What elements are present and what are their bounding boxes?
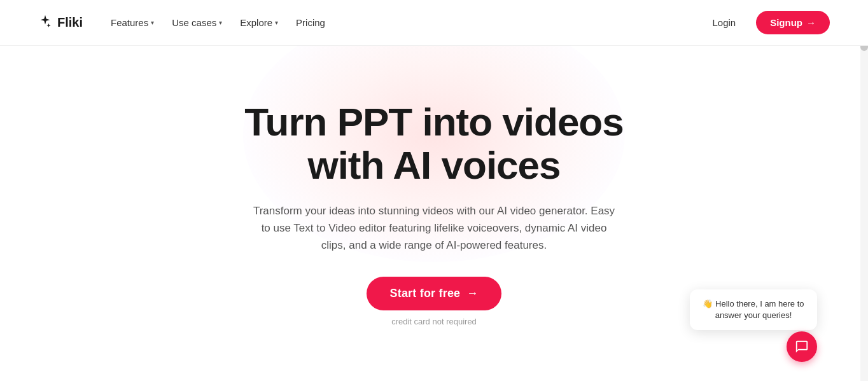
navbar: Fliki Features ▾ Use cases ▾ Explore ▾ P… bbox=[0, 0, 868, 46]
chat-icon-button[interactable] bbox=[787, 331, 817, 362]
signup-button[interactable]: Signup → bbox=[756, 11, 830, 34]
start-btn-label: Start for free bbox=[389, 287, 460, 300]
features-label: Features bbox=[111, 17, 148, 28]
chat-bubble: 👋 Hello there, I am here to answer your … bbox=[690, 289, 817, 330]
nav-use-cases[interactable]: Use cases ▾ bbox=[164, 12, 230, 33]
navbar-right: Login Signup → bbox=[702, 11, 830, 34]
pricing-label: Pricing bbox=[296, 17, 325, 28]
scrollbar[interactable] bbox=[860, 0, 868, 381]
chat-icon bbox=[795, 340, 809, 354]
nav-links: Features ▾ Use cases ▾ Explore ▾ Pricing bbox=[103, 12, 333, 33]
hero-title: Turn PPT into videos with AI voices bbox=[244, 100, 623, 187]
nav-features[interactable]: Features ▾ bbox=[103, 12, 162, 33]
start-for-free-button[interactable]: Start for free → bbox=[367, 277, 501, 310]
hero-title-line1: Turn PPT into videos bbox=[244, 100, 623, 144]
start-btn-arrow: → bbox=[466, 287, 478, 300]
use-cases-chevron: ▾ bbox=[219, 19, 222, 26]
navbar-left: Fliki Features ▾ Use cases ▾ Explore ▾ P… bbox=[38, 12, 333, 33]
login-button[interactable]: Login bbox=[702, 12, 746, 33]
logo-icon bbox=[38, 14, 52, 31]
brand-name: Fliki bbox=[57, 15, 83, 30]
explore-chevron: ▾ bbox=[275, 19, 278, 26]
signup-label: Signup bbox=[770, 17, 802, 28]
explore-label: Explore bbox=[240, 17, 272, 28]
features-chevron: ▾ bbox=[151, 19, 154, 26]
hero-title-line2: with AI voices bbox=[307, 143, 560, 187]
logo[interactable]: Fliki bbox=[38, 14, 83, 31]
hero-subtitle: Transform your ideas into stunning video… bbox=[249, 202, 619, 254]
cta-wrapper: Start for free → credit card not require… bbox=[367, 277, 501, 326]
nav-explore[interactable]: Explore ▾ bbox=[232, 12, 286, 33]
credit-note: credit card not required bbox=[391, 317, 477, 326]
nav-pricing[interactable]: Pricing bbox=[288, 12, 333, 33]
use-cases-label: Use cases bbox=[172, 17, 216, 28]
signup-arrow: → bbox=[806, 17, 816, 28]
hero-section: Turn PPT into videos with AI voices Tran… bbox=[0, 46, 868, 381]
chat-bubble-text: 👋 Hello there, I am here to answer your … bbox=[703, 299, 804, 320]
